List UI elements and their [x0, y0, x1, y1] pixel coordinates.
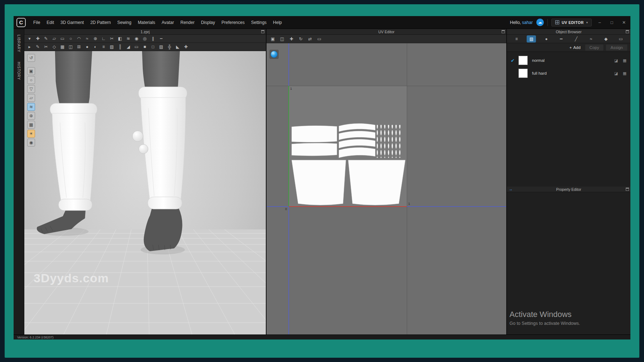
button-icon[interactable]: ◉ — [133, 35, 140, 42]
layer-clone-icon[interactable]: ◫ — [67, 44, 74, 50]
topstitch-icon[interactable]: ┅ — [157, 35, 165, 42]
trim-tab-icon[interactable]: ◆ — [601, 35, 611, 43]
fabric-settings-icon[interactable]: ▦ — [622, 58, 628, 63]
menu-item[interactable]: Sewing — [114, 18, 135, 27]
fabric-swatch[interactable] — [518, 69, 528, 78]
zipper-icon[interactable]: ∥ — [149, 35, 157, 42]
snapshot-icon[interactable]: ▣ — [27, 67, 35, 75]
topstitch-tab-icon[interactable]: ━ — [557, 35, 566, 43]
dock-tab[interactable]: LIBRARY — [17, 33, 21, 55]
menu-item[interactable]: Avatar — [158, 18, 177, 27]
capture-all-icon[interactable]: ◫ — [278, 36, 286, 42]
fabric-tab-icon[interactable]: ▧ — [527, 35, 536, 43]
fabric-row[interactable]: full hard ◪ ▦ — [507, 67, 630, 80]
cloud-sync-icon[interactable]: ☁ — [536, 19, 544, 26]
menu-item[interactable]: File — [30, 18, 43, 27]
3d-viewport[interactable]: ↺▣○▽▱≋⊕▦☀◉ 3Dyyds.com — [24, 51, 266, 334]
uv-pattern-pieces[interactable] — [267, 43, 506, 334]
capture-texture-icon[interactable]: ▣ — [269, 36, 277, 42]
solid-view-icon[interactable]: ■ — [141, 44, 148, 50]
show-grid-icon[interactable]: ▦ — [27, 121, 35, 129]
edit-pattern-icon[interactable]: ✎ — [42, 35, 50, 42]
segment-sew-icon[interactable]: ◠ — [75, 35, 83, 42]
tack-icon[interactable]: ◇ — [50, 44, 58, 50]
stitch-edit-icon[interactable]: ╱ — [571, 35, 581, 43]
rectangle-tab-icon[interactable]: ▭ — [616, 35, 625, 43]
light-icon[interactable]: ☀ — [27, 130, 35, 138]
show-avatar-icon[interactable]: ○ — [27, 76, 35, 84]
minimize-button[interactable]: – — [595, 20, 604, 25]
mode-selector[interactable]: UV EDITOR ▾ — [551, 19, 592, 26]
project-tab-title[interactable]: 1.zprj — [141, 30, 150, 34]
undock-icon[interactable] — [626, 188, 629, 191]
fabric-usage-icon[interactable]: ◪ — [613, 58, 619, 63]
fold-arrange-icon[interactable]: ◧ — [116, 35, 124, 42]
dock-arrow-icon[interactable]: → — [509, 187, 513, 191]
menu-item[interactable]: 3D Garment — [57, 18, 87, 27]
menu-item[interactable]: Materials — [135, 18, 158, 27]
move-uv-icon[interactable]: ✚ — [288, 36, 295, 42]
transform-tool-icon[interactable]: ✚ — [34, 35, 42, 42]
wire-view-icon[interactable]: □ — [149, 44, 157, 50]
shadow-view-icon[interactable]: ▨ — [157, 44, 165, 50]
fabric-grain-icon[interactable]: ▦ — [59, 44, 66, 50]
texture-edit-icon[interactable]: ▧ — [108, 44, 116, 50]
align-icon[interactable]: ✚ — [182, 44, 190, 50]
fabric-row[interactable]: ✔ normal ◪ ▦ — [507, 54, 630, 67]
base-fabric-icon[interactable]: ▭ — [133, 44, 140, 50]
show-pins-icon[interactable]: ⊕ — [27, 112, 35, 120]
puckering-tab-icon[interactable]: ≈ — [586, 35, 596, 43]
username[interactable]: sahar — [522, 20, 533, 25]
uv-canvas[interactable]: 1 0 1 — [267, 43, 506, 334]
fabric-settings-icon[interactable]: ▦ — [622, 71, 628, 76]
undock-icon[interactable] — [502, 30, 505, 33]
fabric-usage-icon[interactable]: ◪ — [613, 71, 619, 76]
buttonhole-icon[interactable]: ◎ — [141, 35, 148, 42]
undock-icon[interactable] — [626, 30, 629, 33]
pin-icon[interactable]: ⊕ — [92, 35, 99, 42]
maximize-button[interactable]: □ — [608, 20, 616, 25]
reset-view-icon[interactable]: ↺ — [27, 54, 35, 62]
edit-curve-icon[interactable]: ✎ — [34, 44, 42, 50]
garment-fit-icon[interactable]: ▱ — [50, 35, 58, 42]
show-garment-icon[interactable]: ▽ — [27, 85, 35, 93]
symmetry-icon[interactable]: ╬ — [166, 44, 173, 50]
steam-icon[interactable]: ≋ — [125, 35, 132, 42]
show-pattern-icon[interactable]: ▱ — [27, 94, 35, 102]
close-button[interactable]: ✕ — [620, 20, 628, 25]
simulate-icon[interactable]: ▸ — [26, 44, 33, 50]
scissors-icon[interactable]: ✂ — [108, 35, 116, 42]
material-sphere-icon[interactable]: ● — [542, 35, 551, 43]
measure-icon[interactable]: ∟ — [100, 35, 107, 42]
cut-sew-icon[interactable]: ✂ — [42, 44, 50, 50]
menu-item[interactable]: Edit — [43, 18, 57, 27]
grid-snap-icon[interactable]: ⊞ — [75, 44, 83, 50]
dock-tab[interactable]: HISTORY — [17, 60, 21, 82]
menu-item[interactable]: Display — [198, 18, 218, 27]
select-tool-icon[interactable]: ▾ — [26, 35, 33, 42]
undock-icon[interactable] — [261, 30, 264, 33]
pressure-point-icon[interactable]: ● — [83, 44, 91, 50]
shade-toggle-icon[interactable]: ◐ — [92, 44, 99, 50]
internal-line-icon[interactable]: ║ — [116, 44, 124, 50]
show-seams-icon[interactable]: ≋ — [27, 103, 35, 111]
fabric-swatch[interactable] — [518, 56, 528, 65]
rotate-uv-icon[interactable]: ↻ — [297, 36, 304, 42]
menu-item[interactable]: Render — [177, 18, 197, 27]
reset-uv-icon[interactable]: ▭ — [316, 36, 323, 42]
show-texture-icon[interactable]: ◉ — [27, 139, 35, 147]
menu-item[interactable]: Settings — [248, 18, 270, 27]
copy-fabric-button[interactable]: Copy — [585, 44, 604, 51]
assign-fabric-button[interactable]: Assign — [606, 44, 628, 51]
gizmo-icon[interactable]: ◣ — [174, 44, 181, 50]
menu-item[interactable]: 2D Pattern — [87, 18, 114, 27]
flip-horizontal-icon[interactable]: ⇄ — [306, 36, 314, 42]
pattern-list-icon[interactable]: ≡ — [100, 44, 107, 50]
add-fabric-button[interactable]: + Add — [567, 45, 582, 50]
dart-icon[interactable]: ◢ — [125, 44, 132, 50]
free-sew-icon[interactable]: ≈ — [83, 35, 91, 42]
menu-item[interactable]: Preferences — [218, 18, 248, 27]
rectangle-pattern-icon[interactable]: ▭ — [59, 35, 66, 42]
menu-item[interactable]: Help — [270, 18, 285, 27]
circle-pattern-icon[interactable]: ○ — [67, 35, 74, 42]
